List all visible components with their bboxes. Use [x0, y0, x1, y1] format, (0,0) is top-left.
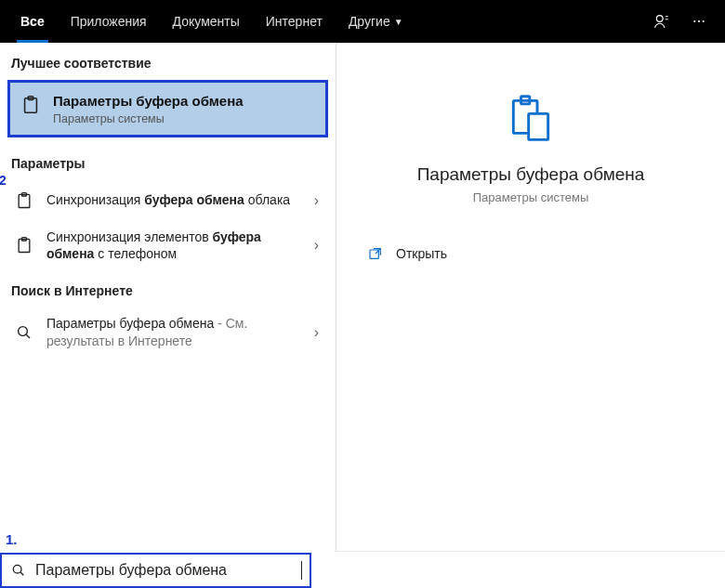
best-match-result[interactable]: Параметры буфера обмена Параметры систем…	[7, 80, 328, 137]
svg-point-2	[698, 20, 700, 22]
chevron-right-icon[interactable]: ›	[309, 192, 324, 209]
tab-more-label: Другие	[349, 14, 390, 29]
preview-subtitle: Параметры системы	[473, 190, 589, 204]
open-icon	[366, 246, 385, 261]
top-tabs-bar: Все Приложения Документы Интернет Другие…	[0, 0, 725, 43]
tab-docs-label: Документы	[173, 14, 240, 29]
search-bar[interactable]	[0, 553, 311, 588]
chevron-right-icon[interactable]: ›	[309, 237, 324, 254]
section-settings-header: Параметры	[0, 143, 336, 180]
section-web-header: Поиск в Интернете	[0, 270, 336, 307]
tab-internet-label: Интернет	[266, 14, 323, 29]
clipboard-icon	[11, 188, 37, 214]
result-sync-cloud[interactable]: Синхронизация буфера обмена облака ›	[0, 180, 336, 221]
search-input[interactable]	[35, 562, 302, 579]
clipboard-icon	[11, 232, 37, 258]
chevron-down-icon: ▼	[394, 17, 403, 27]
result-sync-cloud-text: Синхронизация буфера обмена облака	[46, 191, 309, 209]
result-sync-phone-text: Синхронизация элементов буфера обмена с …	[46, 229, 309, 264]
svg-point-3	[703, 20, 705, 22]
more-options-icon[interactable]	[680, 0, 718, 43]
clipboard-large-icon	[503, 90, 559, 146]
svg-rect-13	[529, 113, 548, 139]
preview-panel: Параметры буфера обмена Параметры систем…	[336, 43, 725, 551]
open-action[interactable]: Открыть	[355, 237, 706, 270]
tab-documents[interactable]: Документы	[160, 0, 253, 43]
clipboard-icon	[18, 92, 44, 118]
preview-title: Параметры буфера обмена	[417, 164, 645, 185]
svg-point-10	[19, 327, 28, 336]
result-web-text: Параметры буфера обмена - См. результаты…	[46, 315, 309, 350]
svg-point-1	[693, 20, 695, 22]
tab-apps[interactable]: Приложения	[58, 0, 160, 43]
chevron-right-icon[interactable]: ›	[309, 324, 324, 341]
tab-apps-label: Приложения	[71, 14, 147, 29]
best-match-subtitle: Параметры системы	[53, 112, 244, 125]
search-icon	[9, 561, 28, 580]
svg-point-0	[656, 16, 663, 22]
annotation-two: 2	[0, 173, 7, 188]
result-sync-phone[interactable]: Синхронизация элементов буфера обмена с …	[0, 221, 336, 271]
annotation-one: 1.	[0, 531, 336, 551]
tab-all-label: Все	[20, 14, 45, 29]
divider	[335, 551, 725, 552]
svg-point-15	[13, 565, 21, 573]
best-match-title: Параметры буфера обмена	[53, 92, 244, 111]
feedback-icon[interactable]	[643, 0, 680, 43]
results-panel: Лучшее соответствие Параметры буфера обм…	[0, 43, 336, 551]
tab-more[interactable]: Другие ▼	[336, 0, 416, 43]
tab-all[interactable]: Все	[7, 0, 58, 43]
tab-internet[interactable]: Интернет	[253, 0, 336, 43]
open-label: Открыть	[396, 246, 447, 261]
section-best-match-header: Лучшее соответствие	[0, 43, 336, 80]
result-web-search[interactable]: Параметры буфера обмена - См. результаты…	[0, 307, 336, 358]
text-caret	[301, 561, 302, 580]
search-icon	[11, 320, 37, 346]
